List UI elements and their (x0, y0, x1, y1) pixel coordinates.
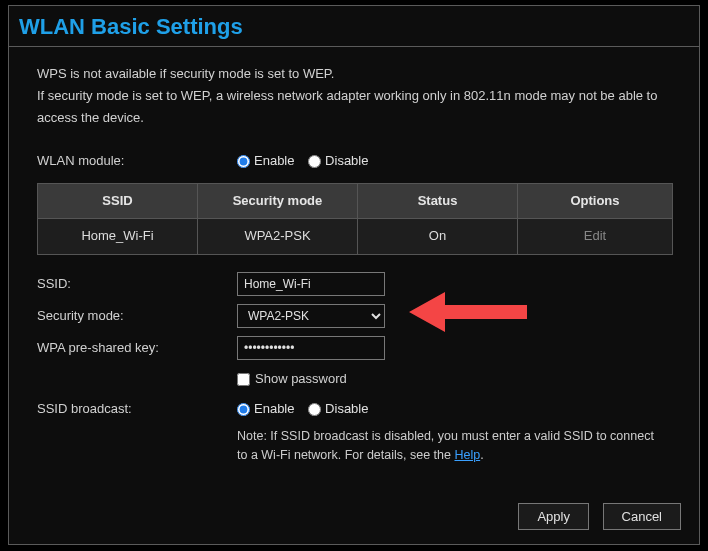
wpa-key-input[interactable] (237, 336, 385, 360)
security-mode-label: Security mode: (37, 305, 237, 327)
settings-panel: WLAN Basic Settings WPS is not available… (8, 5, 700, 545)
wpa-key-row: WPA pre-shared key: (37, 333, 679, 363)
content-area: WPS is not available if security mode is… (9, 47, 699, 474)
ssid-input[interactable] (237, 272, 385, 296)
wpa-key-label: WPA pre-shared key: (37, 337, 237, 359)
wlan-disable-radio[interactable] (308, 155, 321, 168)
broadcast-disable-option[interactable]: Disable (308, 401, 368, 416)
wlan-disable-option[interactable]: Disable (308, 153, 368, 168)
broadcast-note: Note: If SSID broadcast is disabled, you… (237, 427, 657, 465)
ssid-broadcast-label: SSID broadcast: (37, 398, 237, 420)
td-security: WPA2-PSK (198, 219, 358, 254)
th-status: Status (358, 184, 518, 219)
help-link[interactable]: Help (454, 448, 480, 462)
show-password-option[interactable]: Show password (237, 371, 347, 386)
ssid-label: SSID: (37, 273, 237, 295)
show-password-checkbox[interactable] (237, 373, 250, 386)
broadcast-disable-radio[interactable] (308, 403, 321, 416)
td-status: On (358, 219, 518, 254)
show-password-row: Show password (37, 365, 679, 393)
note-line-1: WPS is not available if security mode is… (37, 63, 679, 85)
security-mode-row: Security mode: WPA2-PSK (37, 301, 679, 331)
page-title: WLAN Basic Settings (9, 6, 699, 44)
apply-button[interactable]: Apply (518, 503, 589, 530)
th-ssid: SSID (38, 184, 198, 219)
ssid-broadcast-row: SSID broadcast: Enable Disable (37, 395, 679, 423)
td-ssid: Home_Wi-Fi (38, 219, 198, 254)
wlan-module-label: WLAN module: (37, 150, 237, 172)
broadcast-enable-radio[interactable] (237, 403, 250, 416)
th-options: Options (518, 184, 673, 219)
edit-link[interactable]: Edit (518, 219, 673, 254)
note-line-2: If security mode is set to WEP, a wirele… (37, 85, 679, 129)
wlan-enable-radio[interactable] (237, 155, 250, 168)
th-security: Security mode (198, 184, 358, 219)
button-bar: Apply Cancel (508, 503, 681, 530)
table-row: Home_Wi-Fi WPA2-PSK On Edit (38, 219, 673, 254)
security-mode-select[interactable]: WPA2-PSK (237, 304, 385, 328)
ssid-row: SSID: (37, 269, 679, 299)
wlan-enable-option[interactable]: Enable (237, 153, 294, 168)
broadcast-enable-option[interactable]: Enable (237, 401, 294, 416)
table-header-row: SSID Security mode Status Options (38, 184, 673, 219)
info-notes: WPS is not available if security mode is… (37, 63, 679, 129)
ssid-table: SSID Security mode Status Options Home_W… (37, 183, 673, 254)
wlan-module-row: WLAN module: Enable Disable (37, 147, 679, 175)
cancel-button[interactable]: Cancel (603, 503, 681, 530)
